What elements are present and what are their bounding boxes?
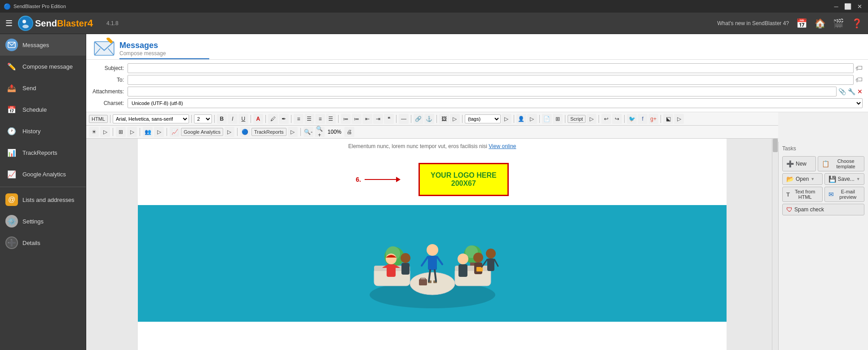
zoom-out-button[interactable]: 🔍- bbox=[304, 127, 313, 137]
toolbar2-right3[interactable]: ▷ bbox=[154, 127, 164, 137]
blockquote-button[interactable]: ❝ bbox=[384, 114, 394, 124]
sidebar-item-details[interactable]: ➕ Details bbox=[0, 232, 86, 254]
script-right-button[interactable]: ▷ bbox=[586, 114, 596, 124]
italic-button[interactable]: I bbox=[228, 114, 238, 124]
close-button[interactable]: ✕ bbox=[855, 1, 864, 11]
person-right-button[interactable]: ▷ bbox=[527, 114, 537, 124]
table-button[interactable]: ⊞ bbox=[553, 114, 563, 124]
sidebar-item-trackreports[interactable]: 📊 TrackReports bbox=[0, 142, 86, 163]
editor-scrollbar[interactable] bbox=[772, 139, 778, 350]
toolbar2-person[interactable]: 👥 bbox=[143, 127, 153, 137]
hamburger-menu[interactable]: ☰ bbox=[5, 18, 13, 28]
font-family-select[interactable]: Arial, Helvetica, sans-serif bbox=[113, 114, 189, 123]
svg-rect-27 bbox=[401, 263, 410, 275]
toolbar2-right1[interactable]: ▷ bbox=[100, 127, 110, 137]
open-button[interactable]: 📂 Open ▼ bbox=[782, 173, 823, 185]
align-center-button[interactable]: ☰ bbox=[304, 114, 314, 124]
tr-right[interactable]: ▷ bbox=[288, 127, 298, 137]
list-unordered-button[interactable]: ≔ bbox=[341, 114, 351, 124]
redo-button[interactable]: ↪ bbox=[612, 114, 622, 124]
spam-check-button[interactable]: 🛡 Spam check bbox=[782, 204, 864, 215]
attachments-input[interactable] bbox=[128, 87, 837, 96]
charset-select[interactable]: Unicode (UTF-8) (utf-8) bbox=[128, 98, 863, 108]
image-button[interactable]: 🖼 bbox=[439, 114, 449, 124]
svg-point-2 bbox=[22, 25, 29, 28]
toolbar2-chart[interactable]: 📈 bbox=[170, 127, 180, 137]
bold-button[interactable]: B bbox=[217, 114, 227, 124]
sidebar-settings-label: Settings bbox=[22, 218, 44, 225]
to-tag-icon[interactable]: 🏷 bbox=[855, 76, 863, 84]
subject-tag-icon[interactable]: 🏷 bbox=[855, 64, 863, 72]
undo-button[interactable]: ↩ bbox=[601, 114, 611, 124]
font-size-select[interactable]: 2 bbox=[194, 114, 212, 123]
sidebar-item-lists[interactable]: @ Lists and addresses bbox=[0, 189, 86, 210]
sidebar-item-schedule[interactable]: 📅 Schedule bbox=[0, 99, 86, 120]
font-color-button[interactable]: A bbox=[253, 114, 263, 124]
choose-template-button[interactable]: 📋 Choose template bbox=[818, 156, 864, 171]
calendar-icon[interactable]: 📅 bbox=[796, 18, 807, 29]
align-justify-button[interactable]: ☰ bbox=[326, 114, 336, 124]
align-left-button[interactable]: ≡ bbox=[294, 114, 304, 124]
toolbar2-right2[interactable]: ▷ bbox=[127, 127, 137, 137]
toolbar2-grid[interactable]: ⊞ bbox=[116, 127, 126, 137]
spam-check-icon: 🛡 bbox=[786, 206, 793, 213]
trackreports-button[interactable]: TrackReports bbox=[251, 128, 286, 136]
to-input[interactable] bbox=[128, 75, 854, 85]
anchor-button[interactable]: ⚓ bbox=[424, 114, 434, 124]
sidebar-item-messages[interactable]: Messages bbox=[0, 34, 86, 56]
tags-insert-button[interactable]: ▷ bbox=[502, 114, 511, 124]
attach-manage-icon[interactable]: 🔧 bbox=[848, 88, 855, 95]
script-button[interactable]: Script bbox=[568, 115, 586, 123]
home-icon[interactable]: 🏠 bbox=[815, 18, 826, 29]
maximize-button[interactable]: ⬜ bbox=[843, 1, 853, 11]
trackreports-icon: 📊 bbox=[5, 146, 18, 159]
highlight-button[interactable]: 🖊 bbox=[268, 114, 278, 124]
align-right-button[interactable]: ≡ bbox=[315, 114, 325, 124]
googleplus-button[interactable]: g+ bbox=[648, 114, 658, 124]
tags-select[interactable]: (tags) bbox=[465, 114, 501, 123]
indent-button[interactable]: ⇥ bbox=[373, 114, 383, 124]
zoom-in-button[interactable]: 🔍+ bbox=[315, 127, 325, 137]
marker-button[interactable]: ✒ bbox=[279, 114, 289, 124]
sidebar-item-google-analytics[interactable]: 📈 Google Analytics bbox=[0, 163, 86, 185]
person-button[interactable]: 👤 bbox=[516, 114, 526, 124]
attach-remove-icon[interactable]: ✕ bbox=[857, 88, 863, 95]
sidebar-item-settings[interactable]: ⚙️ Settings bbox=[0, 210, 86, 232]
sidebar-item-send[interactable]: 📤 Send bbox=[0, 77, 86, 99]
image-right-button[interactable]: ▷ bbox=[450, 114, 460, 124]
print-button[interactable]: 🖨 bbox=[344, 127, 354, 137]
toolbar2-donut[interactable]: 🔵 bbox=[240, 127, 250, 137]
save-button[interactable]: 💾 Save... ▼ bbox=[824, 173, 865, 185]
facebook-button[interactable]: f bbox=[638, 114, 648, 124]
sep-t2-5 bbox=[300, 128, 301, 136]
html-button[interactable]: HTML bbox=[89, 115, 108, 123]
paperclip-icon[interactable]: 📎 bbox=[838, 88, 846, 95]
text-from-html-button[interactable]: T Text from HTML bbox=[782, 187, 823, 202]
sidebar-item-history[interactable]: 🕐 History bbox=[0, 120, 86, 142]
new-button[interactable]: ➕ New bbox=[782, 156, 816, 171]
scrollbar-thumb[interactable] bbox=[773, 139, 778, 152]
help-icon[interactable]: ❓ bbox=[851, 18, 863, 29]
outdent-button[interactable]: ⇤ bbox=[362, 114, 372, 124]
share-right-button[interactable]: ▷ bbox=[674, 114, 684, 124]
subject-label: Subject: bbox=[92, 65, 128, 71]
view-online-link[interactable]: View online bbox=[489, 143, 516, 149]
underline-button[interactable]: U bbox=[238, 114, 248, 124]
ga-right[interactable]: ▷ bbox=[225, 127, 234, 137]
minimize-button[interactable]: ─ bbox=[831, 1, 841, 11]
window-controls[interactable]: ─ ⬜ ✕ bbox=[831, 1, 864, 11]
film-icon[interactable]: 🎬 bbox=[833, 18, 844, 29]
template-button[interactable]: 📄 bbox=[542, 114, 552, 124]
toolbar2-icon1[interactable]: ☀ bbox=[89, 127, 99, 137]
subject-input[interactable] bbox=[128, 63, 854, 73]
link-button[interactable]: 🔗 bbox=[414, 114, 423, 124]
twitter-button[interactable]: 🐦 bbox=[627, 114, 637, 124]
share-button[interactable]: ⬕ bbox=[663, 114, 673, 124]
hr-button[interactable]: — bbox=[399, 114, 409, 124]
whats-new-link[interactable]: What's new in SendBlaster 4? bbox=[717, 20, 789, 26]
sidebar-history-label: History bbox=[22, 128, 40, 135]
list-ordered-button[interactable]: ≔ bbox=[352, 114, 361, 124]
google-analytics-button[interactable]: Google Analytics bbox=[181, 128, 223, 136]
sidebar-item-compose[interactable]: ✏️ Compose message bbox=[0, 56, 86, 77]
email-preview-button[interactable]: ✉ E-mail preview bbox=[824, 187, 865, 202]
